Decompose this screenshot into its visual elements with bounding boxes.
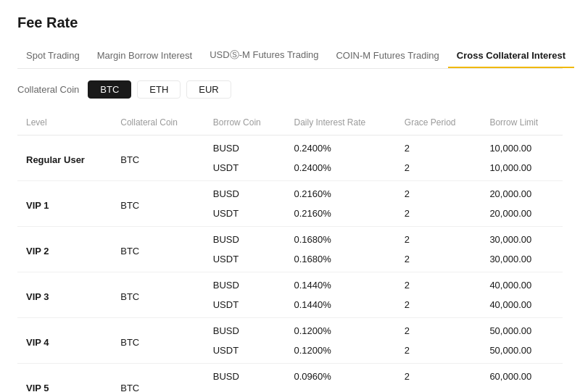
- table-row: VIP 2BTCBUSD0.1680%230,000.00: [17, 227, 563, 250]
- borrow-coin-cell: USDT: [204, 204, 286, 227]
- table-row: VIP 5BTCBUSD0.0960%260,000.00: [17, 364, 563, 387]
- borrow-coin-cell: BUSD: [204, 181, 286, 204]
- nav-tabs: Spot TradingMargin Borrow InterestUSDⓈ-M…: [17, 43, 563, 69]
- borrow-coin-cell: BUSD: [204, 318, 286, 341]
- collateral-coin-cell: BTC: [112, 135, 204, 181]
- grace-period-cell: 2: [396, 295, 481, 318]
- borrow-limit-cell: 30,000.00: [481, 227, 563, 250]
- interest-rate-cell: 0.1440%: [285, 295, 395, 318]
- table-header-daily-interest-rate: Daily Interest Rate: [285, 110, 395, 135]
- nav-tab-spot-trading[interactable]: Spot Trading: [17, 44, 88, 68]
- borrow-coin-cell: USDT: [204, 295, 286, 318]
- interest-rate-cell: 0.0960%: [285, 386, 395, 392]
- table-header-grace-period: Grace Period: [396, 110, 481, 135]
- collateral-coin-cell: BTC: [112, 181, 204, 227]
- level-cell: VIP 5: [17, 364, 112, 393]
- coin-btn-eth[interactable]: ETH: [137, 80, 181, 99]
- interest-rate-cell: 0.1680%: [285, 227, 395, 250]
- borrow-limit-cell: 50,000.00: [481, 341, 563, 364]
- grace-period-cell: 2: [396, 318, 481, 341]
- collateral-coin-selector: Collateral Coin BTCETHEUR: [17, 80, 563, 99]
- grace-period-cell: 2: [396, 272, 481, 296]
- grace-period-cell: 2: [396, 341, 481, 364]
- nav-tab-cross-collateral[interactable]: Cross Collateral Interest: [448, 44, 574, 68]
- borrow-limit-cell: 40,000.00: [481, 295, 563, 318]
- interest-rate-cell: 0.1680%: [285, 249, 395, 272]
- interest-rate-cell: 0.1440%: [285, 272, 395, 296]
- collateral-coin-cell: BTC: [112, 227, 204, 272]
- fee-rate-table: LevelCollateral CoinBorrow CoinDaily Int…: [17, 110, 563, 392]
- coin-btn-eur[interactable]: EUR: [186, 80, 231, 99]
- grace-period-cell: 2: [396, 227, 481, 250]
- borrow-coin-cell: BUSD: [204, 272, 286, 296]
- grace-period-cell: 2: [396, 158, 481, 181]
- borrow-coin-cell: BUSD: [204, 227, 286, 250]
- coin-btn-btc[interactable]: BTC: [88, 80, 131, 99]
- interest-rate-cell: 0.2400%: [285, 135, 395, 159]
- borrow-coin-cell: USDT: [204, 158, 286, 181]
- interest-rate-cell: 0.1200%: [285, 318, 395, 341]
- table-row: Regular UserBTCBUSD0.2400%210,000.00: [17, 135, 563, 159]
- borrow-limit-cell: 60,000.00: [481, 364, 563, 387]
- borrow-limit-cell: 20,000.00: [481, 181, 563, 204]
- table-row: VIP 4BTCBUSD0.1200%250,000.00: [17, 318, 563, 341]
- nav-tab-usd-futures[interactable]: USDⓈ-M Futures Trading: [201, 43, 327, 69]
- level-cell: VIP 2: [17, 227, 112, 272]
- nav-tab-coin-futures[interactable]: COIN-M Futures Trading: [327, 44, 447, 68]
- grace-period-cell: 2: [396, 204, 481, 227]
- borrow-coin-cell: USDT: [204, 386, 286, 392]
- grace-period-cell: 2: [396, 181, 481, 204]
- borrow-limit-cell: 60,000.00: [481, 386, 563, 392]
- grace-period-cell: 2: [396, 135, 481, 159]
- table-header-borrow-limit: Borrow Limit: [481, 110, 563, 135]
- table-header-row: LevelCollateral CoinBorrow CoinDaily Int…: [17, 110, 563, 135]
- table-header-collateral-coin: Collateral Coin: [112, 110, 204, 135]
- page-title: Fee Rate: [17, 14, 563, 31]
- collateral-coin-cell: BTC: [112, 318, 204, 364]
- interest-rate-cell: 0.1200%: [285, 341, 395, 364]
- level-cell: VIP 1: [17, 181, 112, 227]
- collateral-coin-cell: BTC: [112, 364, 204, 393]
- borrow-limit-cell: 50,000.00: [481, 318, 563, 341]
- table-row: VIP 1BTCBUSD0.2160%220,000.00: [17, 181, 563, 204]
- borrow-coin-cell: USDT: [204, 249, 286, 272]
- table-header-level: Level: [17, 110, 112, 135]
- interest-rate-cell: 0.0960%: [285, 364, 395, 387]
- grace-period-cell: 2: [396, 249, 481, 272]
- borrow-limit-cell: 10,000.00: [481, 135, 563, 159]
- level-cell: VIP 4: [17, 318, 112, 364]
- interest-rate-cell: 0.2160%: [285, 204, 395, 227]
- table-row: VIP 3BTCBUSD0.1440%240,000.00: [17, 272, 563, 296]
- borrow-limit-cell: 20,000.00: [481, 204, 563, 227]
- interest-rate-cell: 0.2400%: [285, 158, 395, 181]
- borrow-coin-cell: BUSD: [204, 364, 286, 387]
- borrow-limit-cell: 10,000.00: [481, 158, 563, 181]
- table-header-borrow-coin: Borrow Coin: [204, 110, 286, 135]
- collateral-label: Collateral Coin: [17, 84, 79, 95]
- collateral-coin-cell: BTC: [112, 272, 204, 318]
- level-cell: Regular User: [17, 135, 112, 181]
- grace-period-cell: 2: [396, 386, 481, 392]
- borrow-limit-cell: 40,000.00: [481, 272, 563, 296]
- nav-tab-swap-farming[interactable]: Swap Farming: [574, 44, 580, 68]
- borrow-limit-cell: 30,000.00: [481, 249, 563, 272]
- interest-rate-cell: 0.2160%: [285, 181, 395, 204]
- borrow-coin-cell: BUSD: [204, 135, 286, 159]
- level-cell: VIP 3: [17, 272, 112, 318]
- nav-tab-margin-borrow[interactable]: Margin Borrow Interest: [88, 44, 202, 68]
- borrow-coin-cell: USDT: [204, 341, 286, 364]
- grace-period-cell: 2: [396, 364, 481, 387]
